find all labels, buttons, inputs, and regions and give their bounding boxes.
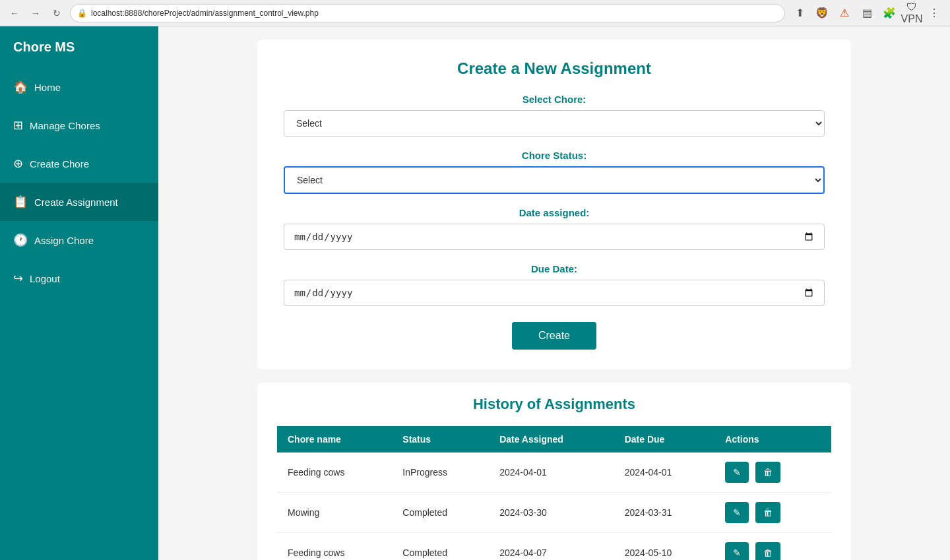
app-wrapper: Chore MS 🏠 Home ⊞ Manage Chores ⊕ Create…	[0, 26, 950, 560]
create-chore-icon: ⊕	[13, 156, 23, 171]
sidebar-item-home-label: Home	[34, 82, 61, 93]
edit-button[interactable]: ✎	[725, 462, 749, 483]
delete-button[interactable]: 🗑	[755, 542, 780, 560]
cell-date-due: 2024-05-10	[614, 533, 715, 561]
sidebar-nav: 🏠 Home ⊞ Manage Chores ⊕ Create Chore 📋 …	[0, 68, 158, 297]
table-row: Mowing Completed 2024-03-30 2024-03-31 ✎…	[277, 493, 831, 533]
cell-date-assigned: 2024-04-01	[489, 452, 614, 493]
address-bar: 🔒 localhost:8888/choreProject/admin/assi…	[70, 4, 785, 22]
create-assignment-icon: 📋	[13, 195, 28, 209]
cell-actions: ✎ 🗑	[714, 452, 831, 493]
create-button[interactable]: Create	[512, 322, 596, 350]
delete-button[interactable]: 🗑	[755, 502, 780, 523]
due-date-group: Due Date:	[284, 263, 825, 306]
create-assignment-form-card: Create a New Assignment Select Chore: Se…	[257, 40, 851, 369]
select-chore-dropdown[interactable]: Select	[284, 110, 825, 137]
sidebar-item-create-assignment[interactable]: 📋 Create Assignment	[0, 183, 158, 221]
cell-status: InProgress	[392, 452, 489, 493]
actions-cell: ✎ 🗑	[725, 462, 821, 483]
alert-icon[interactable]: ⚠	[835, 4, 854, 22]
cell-chore-name: Feeding cows	[277, 533, 392, 561]
vpn-button[interactable]: 🛡 VPN	[902, 4, 921, 22]
cell-chore-name: Mowing	[277, 493, 392, 533]
chore-status-label: Chore Status:	[284, 150, 825, 161]
col-chore-name: Chore name	[277, 426, 392, 452]
lock-icon: 🔒	[77, 9, 87, 18]
sidebar: Chore MS 🏠 Home ⊞ Manage Chores ⊕ Create…	[0, 26, 158, 560]
sidebar-item-home[interactable]: 🏠 Home	[0, 68, 158, 106]
cell-date-assigned: 2024-03-30	[489, 493, 614, 533]
cell-status: Completed	[392, 533, 489, 561]
history-card: History of Assignments Chore name Status…	[257, 383, 851, 560]
refresh-button[interactable]: ↻	[49, 5, 65, 21]
cell-actions: ✎ 🗑	[714, 533, 831, 561]
cell-date-due: 2024-04-01	[614, 452, 715, 493]
sidebar-item-manage-chores-label: Manage Chores	[30, 120, 100, 131]
cell-date-assigned: 2024-04-07	[489, 533, 614, 561]
menu-button[interactable]: ⋮	[925, 4, 943, 22]
assign-chore-icon: 🕐	[13, 233, 28, 247]
extensions-button[interactable]: 🧩	[880, 4, 899, 22]
history-table: Chore name Status Date Assigned Date Due…	[277, 426, 831, 560]
history-table-head: Chore name Status Date Assigned Date Due…	[277, 426, 831, 452]
browser-chrome: ← → ↻ 🔒 localhost:8888/choreProject/admi…	[0, 0, 950, 26]
sidebar-item-manage-chores[interactable]: ⊞ Manage Chores	[0, 106, 158, 144]
sidebar-item-assign-chore[interactable]: 🕐 Assign Chore	[0, 221, 158, 259]
share-button[interactable]: ⬆	[790, 4, 809, 22]
select-chore-group: Select Chore: Select	[284, 94, 825, 137]
sidebar-logo: Chore MS	[0, 26, 158, 61]
delete-button[interactable]: 🗑	[755, 462, 780, 483]
cell-chore-name: Feeding cows	[277, 452, 392, 493]
due-date-label: Due Date:	[284, 263, 825, 274]
select-chore-label: Select Chore:	[284, 94, 825, 105]
date-assigned-label: Date assigned:	[284, 207, 825, 218]
edit-button[interactable]: ✎	[725, 502, 749, 523]
home-icon: 🏠	[13, 80, 28, 94]
sidebar-item-create-assignment-label: Create Assignment	[34, 197, 118, 208]
chore-status-group: Chore Status: Select InProgress Complete…	[284, 150, 825, 194]
sidebar-item-assign-chore-label: Assign Chore	[34, 235, 94, 246]
sidebar-item-logout-label: Logout	[30, 273, 60, 284]
cell-actions: ✎ 🗑	[714, 493, 831, 533]
table-row: Feeding cows InProgress 2024-04-01 2024-…	[277, 452, 831, 493]
sidebar-item-logout[interactable]: ↪ Logout	[0, 259, 158, 297]
date-assigned-group: Date assigned:	[284, 207, 825, 250]
form-title: Create a New Assignment	[284, 59, 825, 78]
forward-button[interactable]: →	[28, 5, 44, 21]
cell-date-due: 2024-03-31	[614, 493, 715, 533]
history-table-body: Feeding cows InProgress 2024-04-01 2024-…	[277, 452, 831, 560]
browser-actions: ⬆ 🦁 ⚠ ▤ 🧩 🛡 VPN ⋮	[790, 4, 943, 22]
due-date-input[interactable]	[284, 280, 825, 306]
col-actions: Actions	[714, 426, 831, 452]
chore-status-dropdown[interactable]: Select InProgress Completed	[284, 166, 825, 194]
back-button[interactable]: ←	[7, 5, 22, 21]
table-row: Feeding cows Completed 2024-04-07 2024-0…	[277, 533, 831, 561]
sidebar-item-create-chore-label: Create Chore	[30, 158, 89, 170]
edit-button[interactable]: ✎	[725, 542, 749, 560]
history-table-header-row: Chore name Status Date Assigned Date Due…	[277, 426, 831, 452]
col-date-assigned: Date Assigned	[489, 426, 614, 452]
history-title: History of Assignments	[277, 396, 831, 413]
col-status: Status	[392, 426, 489, 452]
manage-chores-icon: ⊞	[13, 118, 23, 133]
actions-cell: ✎ 🗑	[725, 502, 821, 523]
sidebar-item-create-chore[interactable]: ⊕ Create Chore	[0, 144, 158, 183]
actions-cell: ✎ 🗑	[725, 542, 821, 560]
main-content: Create a New Assignment Select Chore: Se…	[158, 26, 950, 560]
logout-icon: ↪	[13, 271, 23, 286]
date-assigned-input[interactable]	[284, 224, 825, 250]
brave-icon[interactable]: 🦁	[813, 4, 831, 22]
reader-button[interactable]: ▤	[858, 4, 876, 22]
cell-status: Completed	[392, 493, 489, 533]
col-date-due: Date Due	[614, 426, 715, 452]
url-text: localhost:8888/choreProject/admin/assign…	[91, 9, 319, 18]
